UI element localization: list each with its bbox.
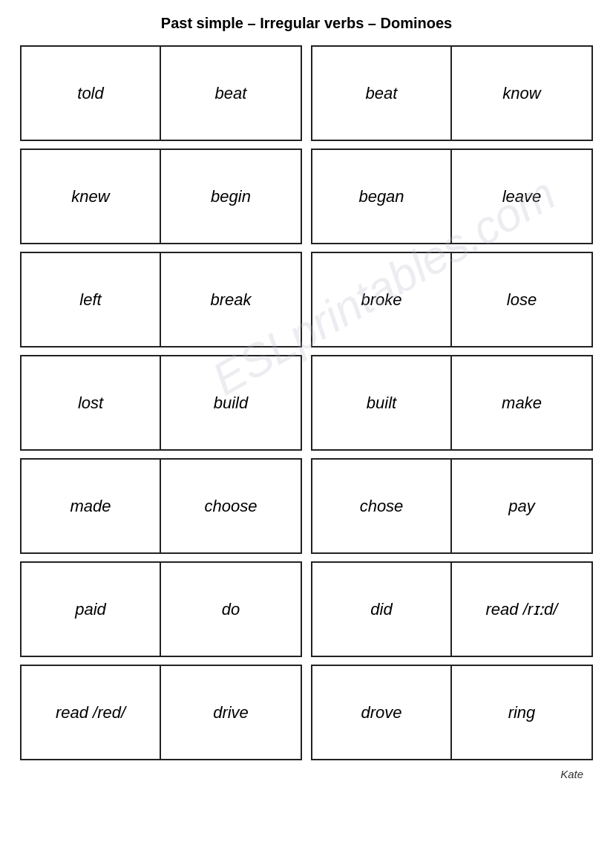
cell-4-0-1: choose <box>161 460 301 552</box>
cell-2-0-1: break <box>161 253 301 346</box>
domino-row-0: toldbeatbeatknow <box>22 45 591 141</box>
cell-5-0-1: do <box>161 563 301 656</box>
page-title: Past simple – Irregular verbs – Dominoes <box>22 15 591 32</box>
domino-4-0: madechoose <box>20 458 302 554</box>
cell-4-0-0: made <box>22 460 161 552</box>
cell-1-0-1: begin <box>161 150 301 243</box>
cell-5-1-0: did <box>312 563 452 656</box>
cell-3-1-1: make <box>452 356 591 449</box>
cell-3-0-0: lost <box>22 356 161 449</box>
cell-6-0-1: drive <box>161 666 301 759</box>
cell-6-1-1: ring <box>452 666 591 759</box>
domino-1-1: beganleave <box>311 149 593 244</box>
cell-0-1-0: beat <box>312 47 452 140</box>
domino-2-1: brokelose <box>311 252 593 347</box>
domino-row-6: read /red/drivedrovering <box>22 665 591 760</box>
cell-2-1-1: lose <box>452 253 591 346</box>
cell-2-0-0: left <box>22 253 161 346</box>
domino-row-3: lostbuildbuiltmake <box>22 355 591 451</box>
domino-0-0: toldbeat <box>20 45 302 141</box>
domino-row-2: leftbreakbrokelose <box>22 252 591 347</box>
cell-0-0-1: beat <box>161 47 301 140</box>
domino-6-0: read /red/drive <box>20 665 302 760</box>
domino-row-1: knewbeginbeganleave <box>22 149 591 244</box>
cell-1-1-0: began <box>312 150 452 243</box>
domino-1-0: knewbegin <box>20 149 302 244</box>
cell-4-1-1: pay <box>452 460 591 552</box>
cell-5-1-1: read /rɪːd/ <box>452 563 591 656</box>
cell-1-1-1: leave <box>452 150 591 243</box>
domino-6-1: drovering <box>311 665 593 760</box>
cell-0-1-1: know <box>452 47 591 140</box>
domino-grid: toldbeatbeatknowknewbeginbeganleaveleftb… <box>22 45 591 760</box>
domino-2-0: leftbreak <box>20 252 302 347</box>
domino-4-1: chosepay <box>311 458 593 554</box>
domino-3-0: lostbuild <box>20 355 302 451</box>
cell-5-0-0: paid <box>22 563 161 656</box>
domino-5-0: paiddo <box>20 561 302 657</box>
cell-2-1-0: broke <box>312 253 452 346</box>
domino-row-5: paiddodidread /rɪːd/ <box>22 561 591 657</box>
cell-1-0-0: knew <box>22 150 161 243</box>
cell-6-0-0: read /red/ <box>22 666 161 759</box>
cell-3-1-0: built <box>312 356 452 449</box>
cell-4-1-0: chose <box>312 460 452 552</box>
cell-6-1-0: drove <box>312 666 452 759</box>
domino-row-4: madechoosechosepay <box>22 458 591 554</box>
cell-3-0-1: build <box>161 356 301 449</box>
domino-3-1: builtmake <box>311 355 593 451</box>
domino-5-1: didread /rɪːd/ <box>311 561 593 657</box>
domino-0-1: beatknow <box>311 45 593 141</box>
cell-0-0-0: told <box>22 47 161 140</box>
author-label: Kate <box>22 768 591 780</box>
